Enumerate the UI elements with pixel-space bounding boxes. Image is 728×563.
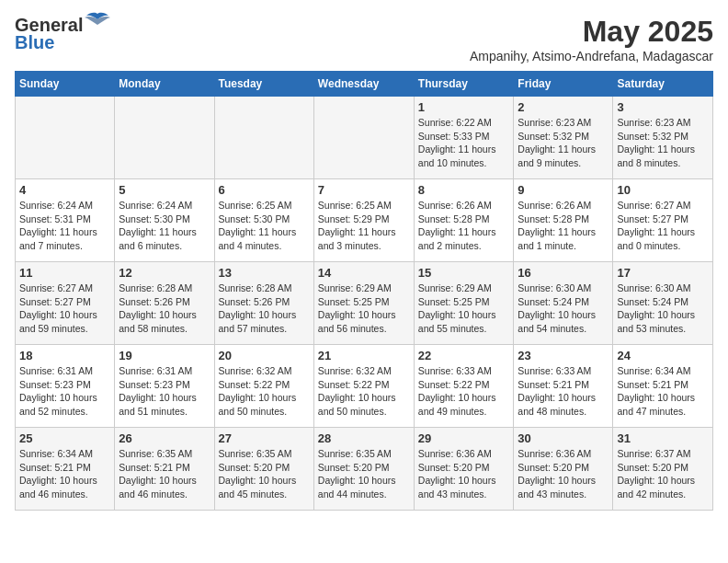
week-row-2: 11Sunrise: 6:27 AMSunset: 5:27 PMDayligh… bbox=[16, 262, 713, 345]
day-info: Sunrise: 6:32 AMSunset: 5:22 PMDaylight:… bbox=[219, 364, 310, 419]
day-number: 18 bbox=[19, 349, 110, 362]
calendar-body: 1Sunrise: 6:22 AMSunset: 5:33 PMDaylight… bbox=[16, 97, 713, 511]
day-number: 5 bbox=[119, 183, 210, 197]
page-subtitle: Ampanihy, Atsimo-Andrefana, Madagascar bbox=[470, 49, 713, 63]
day-number: 24 bbox=[617, 349, 709, 362]
day-number: 23 bbox=[518, 349, 609, 362]
header-friday: Friday bbox=[514, 72, 613, 97]
day-number: 27 bbox=[219, 431, 310, 445]
calendar-cell: 21Sunrise: 6:32 AMSunset: 5:22 PMDayligh… bbox=[313, 345, 414, 428]
header: General Blue May 2025 Ampanihy, Atsimo-A… bbox=[15, 15, 713, 63]
header-saturday: Saturday bbox=[613, 72, 713, 97]
logo-bird-icon bbox=[85, 12, 110, 30]
day-number: 6 bbox=[219, 183, 310, 197]
day-number: 15 bbox=[418, 266, 510, 280]
calendar-cell bbox=[115, 97, 214, 179]
day-info: Sunrise: 6:25 AMSunset: 5:30 PMDaylight:… bbox=[219, 199, 310, 253]
calendar-cell: 19Sunrise: 6:31 AMSunset: 5:23 PMDayligh… bbox=[115, 345, 214, 428]
calendar-cell: 31Sunrise: 6:37 AMSunset: 5:20 PMDayligh… bbox=[613, 428, 713, 511]
day-info: Sunrise: 6:28 AMSunset: 5:26 PMDaylight:… bbox=[119, 282, 210, 336]
day-info: Sunrise: 6:24 AMSunset: 5:30 PMDaylight:… bbox=[119, 199, 210, 253]
calendar-cell: 7Sunrise: 6:25 AMSunset: 5:29 PMDaylight… bbox=[313, 179, 414, 262]
day-number: 13 bbox=[219, 266, 310, 280]
day-info: Sunrise: 6:31 AMSunset: 5:23 PMDaylight:… bbox=[19, 364, 110, 419]
day-info: Sunrise: 6:33 AMSunset: 5:21 PMDaylight:… bbox=[518, 364, 609, 419]
calendar-cell: 4Sunrise: 6:24 AMSunset: 5:31 PMDaylight… bbox=[16, 179, 115, 262]
day-number: 12 bbox=[119, 266, 210, 280]
calendar-cell: 28Sunrise: 6:35 AMSunset: 5:20 PMDayligh… bbox=[313, 428, 414, 511]
day-info: Sunrise: 6:33 AMSunset: 5:22 PMDaylight:… bbox=[418, 364, 510, 419]
calendar-cell: 20Sunrise: 6:32 AMSunset: 5:22 PMDayligh… bbox=[214, 345, 313, 428]
calendar-cell: 27Sunrise: 6:35 AMSunset: 5:20 PMDayligh… bbox=[214, 428, 313, 511]
day-info: Sunrise: 6:29 AMSunset: 5:25 PMDaylight:… bbox=[418, 282, 510, 336]
day-info: Sunrise: 6:35 AMSunset: 5:20 PMDaylight:… bbox=[219, 447, 310, 501]
day-number: 16 bbox=[518, 266, 609, 280]
day-info: Sunrise: 6:36 AMSunset: 5:20 PMDaylight:… bbox=[418, 447, 510, 501]
day-info: Sunrise: 6:35 AMSunset: 5:20 PMDaylight:… bbox=[318, 447, 410, 501]
day-number: 3 bbox=[617, 100, 709, 114]
day-info: Sunrise: 6:29 AMSunset: 5:25 PMDaylight:… bbox=[318, 282, 410, 336]
day-info: Sunrise: 6:34 AMSunset: 5:21 PMDaylight:… bbox=[19, 447, 110, 501]
day-info: Sunrise: 6:35 AMSunset: 5:21 PMDaylight:… bbox=[119, 447, 210, 501]
header-sunday: Sunday bbox=[16, 72, 115, 97]
day-info: Sunrise: 6:27 AMSunset: 5:27 PMDaylight:… bbox=[617, 199, 709, 253]
calendar-cell: 5Sunrise: 6:24 AMSunset: 5:30 PMDaylight… bbox=[115, 179, 214, 262]
day-number: 7 bbox=[318, 183, 410, 197]
day-info: Sunrise: 6:34 AMSunset: 5:21 PMDaylight:… bbox=[617, 364, 709, 419]
day-number: 19 bbox=[119, 349, 210, 362]
day-info: Sunrise: 6:36 AMSunset: 5:20 PMDaylight:… bbox=[518, 447, 609, 501]
day-number: 14 bbox=[318, 266, 410, 280]
day-info: Sunrise: 6:27 AMSunset: 5:27 PMDaylight:… bbox=[19, 282, 110, 336]
day-number: 22 bbox=[418, 349, 510, 362]
logo: General Blue bbox=[15, 15, 110, 53]
day-info: Sunrise: 6:23 AMSunset: 5:32 PMDaylight:… bbox=[617, 116, 709, 170]
calendar-cell: 14Sunrise: 6:29 AMSunset: 5:25 PMDayligh… bbox=[313, 262, 414, 345]
calendar-cell: 15Sunrise: 6:29 AMSunset: 5:25 PMDayligh… bbox=[414, 262, 514, 345]
day-info: Sunrise: 6:32 AMSunset: 5:22 PMDaylight:… bbox=[318, 364, 410, 419]
calendar-cell: 24Sunrise: 6:34 AMSunset: 5:21 PMDayligh… bbox=[613, 345, 713, 428]
calendar-cell: 16Sunrise: 6:30 AMSunset: 5:24 PMDayligh… bbox=[514, 262, 613, 345]
day-number: 28 bbox=[318, 431, 410, 445]
calendar-cell: 25Sunrise: 6:34 AMSunset: 5:21 PMDayligh… bbox=[16, 428, 115, 511]
calendar-cell bbox=[313, 97, 414, 179]
day-number: 9 bbox=[518, 183, 609, 197]
calendar-cell: 2Sunrise: 6:23 AMSunset: 5:32 PMDaylight… bbox=[514, 97, 613, 179]
day-number: 30 bbox=[518, 431, 609, 445]
calendar-cell: 18Sunrise: 6:31 AMSunset: 5:23 PMDayligh… bbox=[16, 345, 115, 428]
calendar-cell: 9Sunrise: 6:26 AMSunset: 5:28 PMDaylight… bbox=[514, 179, 613, 262]
calendar-cell: 13Sunrise: 6:28 AMSunset: 5:26 PMDayligh… bbox=[214, 262, 313, 345]
day-number: 29 bbox=[418, 431, 510, 445]
calendar-cell: 22Sunrise: 6:33 AMSunset: 5:22 PMDayligh… bbox=[414, 345, 514, 428]
calendar-cell: 8Sunrise: 6:26 AMSunset: 5:28 PMDaylight… bbox=[414, 179, 514, 262]
day-info: Sunrise: 6:22 AMSunset: 5:33 PMDaylight:… bbox=[418, 116, 510, 170]
calendar-cell: 11Sunrise: 6:27 AMSunset: 5:27 PMDayligh… bbox=[16, 262, 115, 345]
day-info: Sunrise: 6:26 AMSunset: 5:28 PMDaylight:… bbox=[418, 199, 510, 253]
calendar-cell bbox=[16, 97, 115, 179]
calendar-cell: 12Sunrise: 6:28 AMSunset: 5:26 PMDayligh… bbox=[115, 262, 214, 345]
day-number: 26 bbox=[119, 431, 210, 445]
day-info: Sunrise: 6:30 AMSunset: 5:24 PMDaylight:… bbox=[617, 282, 709, 336]
day-info: Sunrise: 6:23 AMSunset: 5:32 PMDaylight:… bbox=[518, 116, 609, 170]
calendar-cell: 30Sunrise: 6:36 AMSunset: 5:20 PMDayligh… bbox=[514, 428, 613, 511]
header-monday: Monday bbox=[115, 72, 214, 97]
day-number: 17 bbox=[617, 266, 709, 280]
calendar-cell bbox=[214, 97, 313, 179]
week-row-3: 18Sunrise: 6:31 AMSunset: 5:23 PMDayligh… bbox=[16, 345, 713, 428]
header-thursday: Thursday bbox=[414, 72, 514, 97]
day-info: Sunrise: 6:31 AMSunset: 5:23 PMDaylight:… bbox=[119, 364, 210, 419]
calendar-table: SundayMondayTuesdayWednesdayThursdayFrid… bbox=[15, 71, 713, 511]
calendar-cell: 10Sunrise: 6:27 AMSunset: 5:27 PMDayligh… bbox=[613, 179, 713, 262]
day-number: 10 bbox=[617, 183, 709, 197]
title-area: May 2025 Ampanihy, Atsimo-Andrefana, Mad… bbox=[470, 15, 713, 63]
week-row-0: 1Sunrise: 6:22 AMSunset: 5:33 PMDaylight… bbox=[16, 97, 713, 179]
day-info: Sunrise: 6:28 AMSunset: 5:26 PMDaylight:… bbox=[219, 282, 310, 336]
day-number: 20 bbox=[219, 349, 310, 362]
calendar-cell: 26Sunrise: 6:35 AMSunset: 5:21 PMDayligh… bbox=[115, 428, 214, 511]
day-number: 8 bbox=[418, 183, 510, 197]
calendar-cell: 6Sunrise: 6:25 AMSunset: 5:30 PMDaylight… bbox=[214, 179, 313, 262]
day-number: 4 bbox=[19, 183, 110, 197]
calendar-cell: 17Sunrise: 6:30 AMSunset: 5:24 PMDayligh… bbox=[613, 262, 713, 345]
day-info: Sunrise: 6:26 AMSunset: 5:28 PMDaylight:… bbox=[518, 199, 609, 253]
day-info: Sunrise: 6:25 AMSunset: 5:29 PMDaylight:… bbox=[318, 199, 410, 253]
day-info: Sunrise: 6:37 AMSunset: 5:20 PMDaylight:… bbox=[617, 447, 709, 501]
